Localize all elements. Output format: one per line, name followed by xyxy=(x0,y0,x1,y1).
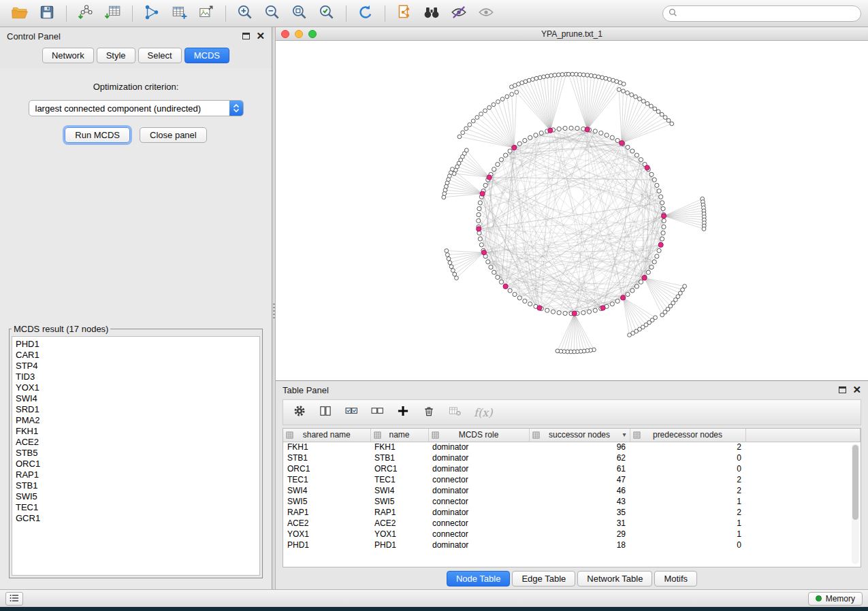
table-cell[interactable]: FKH1 xyxy=(370,442,428,452)
table-cell[interactable]: 2 xyxy=(630,507,745,518)
tab-select[interactable]: Select xyxy=(138,48,182,63)
binoculars-button[interactable] xyxy=(419,3,445,24)
table-cell[interactable]: connector xyxy=(428,496,529,507)
table-cell[interactable]: SWI4 xyxy=(370,485,428,496)
mcds-result-item[interactable]: TEC1 xyxy=(16,502,256,513)
table-cell[interactable]: 29 xyxy=(529,529,630,540)
add-column-button[interactable] xyxy=(396,404,410,420)
column-header-mcds-role[interactable]: MCDS role xyxy=(428,429,529,442)
show-columns-button[interactable] xyxy=(319,404,332,420)
table-cell[interactable]: SWI5 xyxy=(283,496,370,507)
table-cell[interactable]: ORC1 xyxy=(370,463,428,474)
zoom-in-button[interactable] xyxy=(232,3,258,24)
search-box[interactable] xyxy=(662,5,861,22)
mcds-result-item[interactable]: STP4 xyxy=(16,361,256,371)
table-row[interactable]: ORC1ORC1dominator610 xyxy=(283,463,861,474)
mcds-result-item[interactable]: ACE2 xyxy=(16,437,256,448)
table-cell[interactable]: 35 xyxy=(529,507,630,518)
zoom-out-button[interactable] xyxy=(259,3,285,24)
mcds-result-item[interactable]: PHD1 xyxy=(16,339,256,350)
delete-column-button[interactable] xyxy=(422,404,436,420)
table-cell[interactable]: 62 xyxy=(529,452,630,463)
tab-network-table[interactable]: Network Table xyxy=(577,571,652,587)
save-button[interactable] xyxy=(34,3,60,24)
mcds-result-item[interactable]: ORC1 xyxy=(16,459,256,469)
float-panel-icon[interactable] xyxy=(242,33,250,39)
table-cell[interactable]: 96 xyxy=(529,442,630,452)
mcds-result-item[interactable]: FKH1 xyxy=(16,426,256,437)
table-cell[interactable]: dominator xyxy=(428,452,529,463)
table-cell[interactable]: 0 xyxy=(630,463,745,474)
table-cell[interactable]: SWI5 xyxy=(370,496,428,507)
table-cell[interactable]: dominator xyxy=(428,485,529,496)
deselect-all-button[interactable] xyxy=(370,404,384,420)
table-row[interactable]: YOX1YOX1connector291 xyxy=(283,529,861,540)
table-cell[interactable]: 1 xyxy=(630,518,745,529)
new-network-button[interactable] xyxy=(139,3,165,24)
mcds-result-item[interactable]: SRD1 xyxy=(16,404,256,415)
table-cell[interactable]: 2 xyxy=(630,442,745,452)
mcds-result-item[interactable]: YOX1 xyxy=(16,382,256,393)
table-cell[interactable]: 46 xyxy=(529,485,630,496)
table-cell[interactable]: STB1 xyxy=(283,452,370,463)
table-cell[interactable]: YOX1 xyxy=(370,529,428,540)
table-row[interactable]: TEC1TEC1connector472 xyxy=(283,474,861,485)
table-cell[interactable]: SWI4 xyxy=(283,485,370,496)
export-image-button[interactable] xyxy=(193,3,219,24)
chevron-down-icon[interactable]: ▾ xyxy=(622,431,626,438)
hide-details-button[interactable] xyxy=(446,3,472,24)
tab-edge-table[interactable]: Edge Table xyxy=(512,571,575,587)
tab-motifs[interactable]: Motifs xyxy=(654,571,697,587)
table-row[interactable]: ACE2ACE2connector311 xyxy=(283,518,861,529)
table-row[interactable]: RAP1RAP1dominator352 xyxy=(283,507,861,518)
memory-button[interactable]: Memory xyxy=(808,592,863,606)
table-cell[interactable]: dominator xyxy=(428,442,529,452)
task-history-button[interactable] xyxy=(5,592,23,606)
column-header-shared-name[interactable]: shared name xyxy=(283,429,370,442)
optimization-select[interactable]: largest connected component (undirected) xyxy=(29,100,244,116)
table-cell[interactable]: dominator xyxy=(428,463,529,474)
zoom-selected-button[interactable] xyxy=(314,3,340,24)
table-cell[interactable]: 0 xyxy=(630,540,745,550)
tab-network[interactable]: Network xyxy=(42,48,94,63)
table-cell[interactable]: STB1 xyxy=(370,452,428,463)
table-cell[interactable]: 43 xyxy=(529,496,630,507)
table-cell[interactable]: ACE2 xyxy=(370,518,428,529)
table-cell[interactable]: connector xyxy=(428,518,529,529)
table-cell[interactable]: 2 xyxy=(630,474,745,485)
close-panel-button[interactable]: Close panel xyxy=(140,127,207,143)
run-mcds-button[interactable]: Run MCDS xyxy=(65,127,130,143)
search-input[interactable] xyxy=(681,8,855,19)
mcds-result-item[interactable]: SWI4 xyxy=(16,393,256,404)
refresh-button[interactable] xyxy=(353,3,379,24)
zoom-fit-button[interactable] xyxy=(287,3,312,24)
table-row[interactable]: PHD1PHD1dominator180 xyxy=(283,540,861,550)
new-table-button[interactable] xyxy=(166,3,192,24)
table-row[interactable]: STB1STB1dominator620 xyxy=(283,452,861,463)
table-cell[interactable]: TEC1 xyxy=(283,474,370,485)
mcds-result-item[interactable]: PMA2 xyxy=(16,415,256,426)
tab-style[interactable]: Style xyxy=(97,48,135,63)
table-cell[interactable]: ORC1 xyxy=(283,463,370,474)
table-cell[interactable]: 1 xyxy=(630,496,745,507)
table-cell[interactable]: ACE2 xyxy=(283,518,370,529)
mcds-result-item[interactable]: CAR1 xyxy=(16,350,256,361)
float-table-panel-icon[interactable] xyxy=(839,386,846,393)
table-cell[interactable]: connector xyxy=(428,529,529,540)
table-settings-button[interactable] xyxy=(293,404,306,420)
mcds-result-item[interactable]: RAP1 xyxy=(16,469,256,480)
table-cell[interactable]: dominator xyxy=(428,507,529,518)
table-row[interactable]: FKH1FKH1dominator962 xyxy=(283,442,861,452)
table-cell[interactable]: RAP1 xyxy=(370,507,428,518)
table-row[interactable]: SWI4SWI4dominator462 xyxy=(283,485,861,496)
close-panel-icon[interactable]: ✕ xyxy=(256,33,265,39)
table-row[interactable]: SWI5SWI5connector431 xyxy=(283,496,861,507)
delete-table-button[interactable] xyxy=(448,404,462,420)
import-network-button[interactable] xyxy=(73,3,99,24)
table-cell[interactable]: connector xyxy=(428,474,529,485)
mcds-result-item[interactable]: TID3 xyxy=(16,371,256,382)
open-folder-button[interactable] xyxy=(7,3,33,24)
mcds-result-item[interactable]: STB1 xyxy=(16,480,256,491)
table-cell[interactable]: PHD1 xyxy=(283,540,370,550)
table-cell[interactable]: TEC1 xyxy=(370,474,428,485)
